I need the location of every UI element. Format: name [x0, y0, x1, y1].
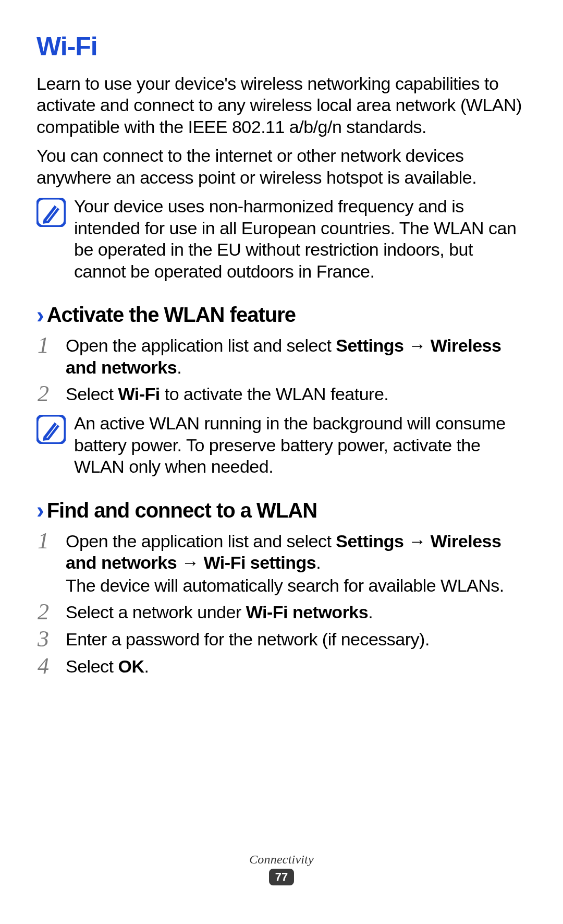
text-fragment: Select a network under: [66, 602, 246, 622]
note-text-1: Your device uses non-harmonized frequenc…: [74, 196, 527, 282]
step-number: 4: [36, 655, 66, 678]
bold-wifi: Wi-Fi: [118, 384, 160, 404]
subheading-find-connect: › Find and connect to a WLAN: [36, 499, 527, 522]
step-text: Open the application list and select Set…: [66, 334, 527, 378]
text-fragment: .: [316, 553, 321, 572]
intro-paragraph-1: Learn to use your device's wireless netw…: [36, 73, 527, 138]
arrow-icon: →: [403, 335, 430, 355]
note-icon: [36, 415, 66, 444]
note-block-1: Your device uses non-harmonized frequenc…: [36, 196, 527, 282]
bold-settings: Settings: [336, 335, 403, 355]
bold-settings: Settings: [336, 531, 403, 551]
step-text: Enter a password for the network (if nec…: [66, 628, 527, 650]
step-subtext: The device will automatically search for…: [66, 575, 527, 596]
text-fragment: Select: [66, 656, 118, 676]
arrow-icon: →: [403, 531, 430, 551]
document-page: Wi-Fi Learn to use your device's wireles…: [0, 0, 563, 924]
text-fragment: Select: [66, 384, 118, 404]
text-fragment: .: [144, 656, 149, 676]
step-number: 1: [36, 334, 66, 357]
page-number-badge: 77: [269, 869, 294, 885]
note-icon: [36, 198, 66, 227]
bold-wifi-networks: Wi-Fi networks: [246, 602, 369, 622]
step-number: 1: [36, 530, 66, 553]
subheading-activate: › Activate the WLAN feature: [36, 303, 527, 327]
step-number: 3: [36, 628, 66, 651]
footer-section-label: Connectivity: [0, 853, 563, 867]
text-fragment: Open the application list and select: [66, 335, 336, 355]
page-footer: Connectivity 77: [0, 853, 563, 885]
step-s2-3: 3 Enter a password for the network (if n…: [36, 628, 527, 651]
intro-paragraph-2: You can connect to the internet or other…: [36, 145, 527, 188]
text-fragment: .: [368, 602, 373, 622]
chevron-icon: ›: [36, 499, 44, 522]
step-s2-4: 4 Select OK.: [36, 655, 527, 678]
step-number: 2: [36, 382, 66, 405]
chevron-icon: ›: [36, 304, 44, 327]
step-text: Open the application list and select Set…: [66, 530, 527, 596]
bold-ok: OK: [118, 656, 144, 676]
note-text-2: An active WLAN running in the background…: [74, 413, 527, 477]
page-title: Wi-Fi: [36, 31, 527, 62]
bold-wifi-settings: Wi-Fi settings: [204, 553, 316, 572]
step-s2-1: 1 Open the application list and select S…: [36, 530, 527, 596]
step-s2-2: 2 Select a network under Wi-Fi networks.: [36, 601, 527, 623]
step-text: Select a network under Wi-Fi networks.: [66, 601, 527, 623]
subheading-find-connect-text: Find and connect to a WLAN: [47, 499, 317, 522]
arrow-icon: →: [177, 553, 203, 572]
note-block-2: An active WLAN running in the background…: [36, 413, 527, 477]
step-s1-2: 2 Select Wi-Fi to activate the WLAN feat…: [36, 382, 527, 405]
text-fragment: to activate the WLAN feature.: [160, 384, 389, 404]
step-text: Select Wi-Fi to activate the WLAN featur…: [66, 382, 527, 405]
step-s1-1: 1 Open the application list and select S…: [36, 334, 527, 378]
text-fragment: Open the application list and select: [66, 531, 336, 551]
text-fragment: .: [177, 357, 181, 377]
subheading-activate-text: Activate the WLAN feature: [47, 303, 296, 327]
step-number: 2: [36, 601, 66, 623]
step-text: Select OK.: [66, 655, 527, 677]
